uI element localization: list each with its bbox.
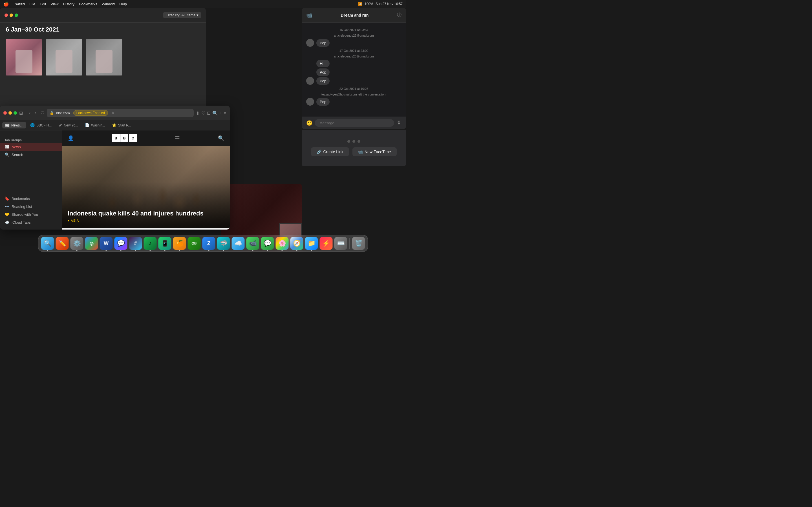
dock: 🔍 ✏️ ⚙️ ◎ W 💬 # ♪ 📱 🍊 QB Z 🦈 xyxy=(38,235,368,252)
share-button[interactable]: ⬆ xyxy=(196,110,200,116)
shield-button[interactable]: 🛡 xyxy=(41,111,45,115)
dock-trash[interactable]: 🗑️ xyxy=(352,237,365,250)
dock-safari[interactable]: 🧭 xyxy=(290,237,303,250)
sidebar-item-bookmarks[interactable]: 🔖 Bookmarks xyxy=(0,194,62,203)
menubar-file[interactable]: File xyxy=(29,2,35,6)
forward-button[interactable]: › xyxy=(33,110,38,116)
dock-dot xyxy=(150,250,151,251)
msg-bubble: Pop xyxy=(316,98,329,106)
dock-touchretouch[interactable]: ✏️ xyxy=(56,237,69,250)
back-button[interactable]: ‹ xyxy=(28,110,32,116)
dock-word[interactable]: W xyxy=(100,237,113,250)
message-input[interactable] xyxy=(315,119,394,127)
dock-surfshark[interactable]: 🦈 xyxy=(217,237,230,250)
create-link-button[interactable]: 🔗 Create Link xyxy=(311,147,349,156)
dock-icloud[interactable]: ☁️ xyxy=(232,237,245,250)
user-icon[interactable]: 👤 xyxy=(68,135,74,142)
search-icon[interactable]: 🔍 xyxy=(218,135,224,142)
zoom-icon: Z xyxy=(207,240,210,246)
new-facetime-button[interactable]: 📹 New FaceTime xyxy=(352,147,397,156)
safari-toolbar: ⊟ ‹ › 🛡 🔒 bbc.com Lockdown Enabled ↻ ⬆ ♡… xyxy=(0,106,230,120)
facetime-dot xyxy=(357,140,360,143)
dock-dot xyxy=(120,250,121,251)
sidebar-toggle-button[interactable]: ⊟ xyxy=(19,110,23,116)
safari-window: ⊟ ‹ › 🛡 🔒 bbc.com Lockdown Enabled ↻ ⬆ ♡… xyxy=(0,106,230,230)
tab-news[interactable]: 📰 News,... xyxy=(2,122,26,128)
msg-bubble: Pop xyxy=(316,77,329,85)
dock-imessage[interactable]: 💬 xyxy=(261,237,274,250)
safari-url-bar[interactable]: 🔒 bbc.com Lockdown Enabled ↻ xyxy=(47,109,194,117)
photo-thumb[interactable] xyxy=(6,39,42,75)
dock-slack[interactable]: # xyxy=(129,237,142,250)
photo-thumb[interactable] xyxy=(46,39,82,75)
dock-quickbooks[interactable]: QB xyxy=(188,237,201,250)
menubar-window[interactable]: Window xyxy=(102,2,115,6)
safari-nav-buttons: ‹ › xyxy=(28,110,38,116)
favorite-button[interactable]: ♡ xyxy=(201,110,205,116)
sidebar-item-shared-with-you[interactable]: 🤝 Shared with You xyxy=(0,210,62,218)
photo-thumb[interactable] xyxy=(86,39,122,75)
dock-zoom[interactable]: Z xyxy=(202,237,215,250)
menubar-edit[interactable]: Edit xyxy=(40,2,46,6)
facetime-popup: 🔗 Create Link 📹 New FaceTime xyxy=(302,130,406,166)
bbc-headline[interactable]: Indonesia quake kills 40 and injures hun… xyxy=(68,210,204,218)
menubar-help[interactable]: Help xyxy=(119,2,127,6)
sidebar-item-reading-list[interactable]: 👓 Reading List xyxy=(0,203,62,210)
menubar-wifi[interactable]: 📶 xyxy=(358,2,362,6)
tab-nytimes[interactable]: 🗞 New Yo... xyxy=(56,122,81,128)
dock-system-prefs[interactable]: ⚙️ xyxy=(70,237,84,250)
sidebar-item-news[interactable]: 📰 News xyxy=(0,143,62,151)
safari-tab-bar: 📰 News,... 🌐 BBC - H... 🗞 New Yo... 📄 Wa… xyxy=(0,120,230,130)
dock-whatsapp[interactable]: 📱 xyxy=(158,237,171,250)
microphone-icon[interactable]: 🎙 xyxy=(396,120,402,126)
apple-menu[interactable]: 🍎 xyxy=(3,1,9,7)
safari-fullscreen-button[interactable] xyxy=(13,111,17,115)
reload-icon[interactable]: ↻ xyxy=(111,111,114,115)
msg-date-2: 17 Oct 2021 at 23:02 xyxy=(306,49,402,52)
shared-with-you-label: Shared with You xyxy=(11,212,38,217)
menubar-bookmarks[interactable]: Bookmarks xyxy=(79,2,97,6)
msg-date-1: 16 Oct 2021 at 03:57 xyxy=(306,28,402,32)
tab-favicon: 🌐 xyxy=(30,123,35,127)
dock-photos[interactable]: 🌸 xyxy=(276,237,289,250)
messages-window: 📹 Dream and run ⓘ 16 Oct 2021 at 03:57 a… xyxy=(302,8,406,129)
more-button[interactable]: » xyxy=(224,110,226,115)
dock-facetime[interactable]: 📹 xyxy=(246,237,259,250)
bookmarks-label: Bookmarks xyxy=(11,196,30,201)
facetime-buttons: 🔗 Create Link 📹 New FaceTime xyxy=(311,147,396,156)
safari-close-button[interactable] xyxy=(3,111,7,115)
search-button[interactable]: 🔍 xyxy=(212,110,218,116)
menubar-view[interactable]: View xyxy=(51,2,59,6)
close-button[interactable] xyxy=(4,13,8,17)
safari-minimize-button[interactable] xyxy=(8,111,12,115)
dock-files[interactable]: 📁 xyxy=(305,237,318,250)
dock-finder[interactable]: 🔍 xyxy=(41,237,54,250)
menu-icon[interactable]: ☰ xyxy=(175,135,180,142)
dock-spotify[interactable]: ♪ xyxy=(144,237,157,250)
minimize-button[interactable] xyxy=(10,13,13,17)
menubar-history[interactable]: History xyxy=(63,2,74,6)
sidebar-item-icloud-tabs[interactable]: ☁️ iCloud Tabs xyxy=(0,218,62,226)
new-tab-button[interactable]: + xyxy=(220,110,222,115)
tab-wapo[interactable]: 📄 Washin... xyxy=(82,122,108,128)
dock-shortcuts[interactable]: ⚡ xyxy=(320,237,333,250)
menubar-app-name[interactable]: Safari xyxy=(15,2,25,6)
dock-messenger[interactable]: 💬 xyxy=(114,237,128,250)
safari-sidebar: Tab Groups 📰 News 🔍 Search 🔖 Bookmarks 👓… xyxy=(0,130,62,230)
dock-keyboard[interactable]: ⌨️ xyxy=(335,237,347,250)
sidebar-item-search[interactable]: 🔍 Search xyxy=(0,151,62,159)
msg-row: Pop xyxy=(306,98,402,106)
tab-overview-button[interactable]: ⊡ xyxy=(207,110,211,116)
fullscreen-button[interactable] xyxy=(15,13,18,17)
video-call-icon[interactable]: 📹 xyxy=(306,12,312,18)
dock-chrome[interactable]: ◎ xyxy=(85,237,98,250)
photos-filter[interactable]: Filter By: All Items ▾ xyxy=(163,12,201,18)
emoji-icon[interactable]: 🙂 xyxy=(306,120,312,126)
bbc-hero: Indonesia quake kills 40 and injures hun… xyxy=(62,146,230,228)
dock-dot xyxy=(282,250,283,251)
tab-bbc[interactable]: 🌐 BBC - H... xyxy=(28,122,54,128)
tab-start[interactable]: ⭐ Start P... xyxy=(109,122,134,128)
dock-goldenbite[interactable]: 🍊 xyxy=(173,237,186,250)
dock-dot xyxy=(223,250,224,251)
info-icon[interactable]: ⓘ xyxy=(397,12,402,18)
